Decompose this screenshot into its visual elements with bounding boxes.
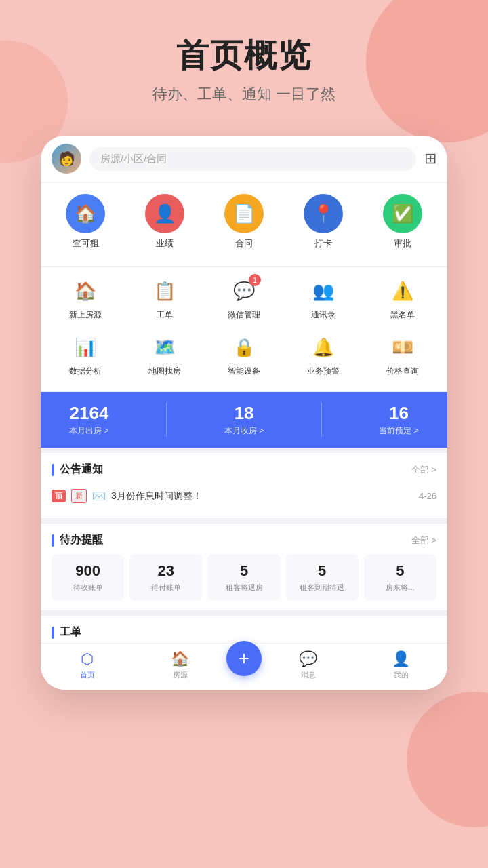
blacklist-icon: ⚠️ (387, 275, 418, 307)
bg-decoration-bottom (407, 692, 488, 827)
tab-message[interactable]: 💬 消息 (262, 650, 354, 680)
todo-label-2: 租客将退房 (226, 583, 263, 593)
blacklist-label: 黑名单 (390, 309, 415, 321)
price-icon: 💴 (387, 332, 418, 363)
profile-icon: 👤 (392, 650, 410, 668)
icon-grid-row-1: 🏠 新上房源 📋 工单 💬 1 微信管理 👥 通讯录 ⚠️ 黑名单 (41, 273, 447, 329)
notif-item-0[interactable]: 顶 新 ✉️ 3月份作息时间调整！ 4-26 (52, 484, 436, 509)
todo-label-4: 房东将... (386, 583, 414, 593)
home-label: 首页 (80, 670, 95, 680)
announcement-header: 公告通知 全部 > (52, 462, 436, 477)
todo-item-2[interactable]: 5 租客将退房 (207, 554, 280, 601)
page-title: 首页概览 (0, 34, 488, 77)
icon-item-contacts[interactable]: 👥 通讯录 (287, 275, 360, 321)
todo-number-3: 5 (318, 562, 326, 580)
header-area: 首页概览 待办、工单、通知 一目了然 (0, 0, 488, 118)
icon-item-analysis[interactable]: 📊 数据分析 (49, 332, 122, 377)
search-input[interactable]: 房源/小区/合同 (89, 147, 416, 171)
todo-number-2: 5 (240, 562, 248, 580)
nav-icon-3: 📍 (304, 194, 343, 233)
page-subtitle: 待办、工单、通知 一目了然 (0, 84, 488, 104)
todo-row: 900 待收账单 23 待付账单 5 租客将退房 5 租客到期待退 5 房东将.… (52, 554, 436, 601)
stat-label-1: 本月收房 > (224, 425, 264, 437)
nav-label-3: 打卡 (314, 237, 332, 250)
stat-divider-2 (321, 403, 322, 437)
nav-label-0: 查可租 (73, 237, 99, 250)
map-label: 地图找房 (148, 366, 181, 377)
todo-item-3[interactable]: 5 租客到期待退 (286, 554, 359, 601)
analysis-icon: 📊 (70, 332, 101, 363)
home-icon: ⬡ (81, 650, 94, 668)
scan-icon[interactable]: ⊞ (424, 150, 436, 167)
icon-item-new-listing[interactable]: 🏠 新上房源 (49, 275, 122, 321)
todo-number-1: 23 (158, 562, 174, 580)
announcement-all[interactable]: 全部 > (411, 464, 436, 476)
announcement-section: 公告通知 全部 > 顶 新 ✉️ 3月份作息时间调整！ 4-26 (41, 453, 447, 518)
smart-device-icon: 🔒 (228, 332, 260, 363)
nav-icon-2: 📄 (224, 194, 264, 233)
tab-profile[interactable]: 👤 我的 (354, 650, 447, 680)
workorder-header: 工单 (52, 625, 436, 639)
todo-label-3: 租客到期待退 (300, 583, 344, 593)
workorder-icon: 📋 (149, 275, 180, 307)
nav-icon-4: ✅ (383, 194, 422, 233)
quick-nav-item-4[interactable]: ✅ 审批 (369, 194, 436, 250)
bottom-nav: ⬡ 首页 🏠 房源 + 💬 消息 👤 我的 (41, 643, 447, 690)
avatar[interactable]: 🧑 (52, 144, 81, 174)
icon-item-warning[interactable]: 🔔 业务预警 (287, 332, 360, 377)
mail-icon: ✉️ (92, 490, 106, 502)
icon-item-smart-device[interactable]: 🔒 智能设备 (207, 332, 281, 377)
nav-label-2: 合同 (235, 237, 253, 250)
icon-item-wechat[interactable]: 💬 1 微信管理 (207, 275, 281, 321)
notif-text-0: 3月份作息时间调整！ (111, 490, 413, 502)
icon-item-workorder[interactable]: 📋 工单 (128, 275, 201, 321)
todo-section: 待办提醒 全部 > 900 待收账单 23 待付账单 5 租客将退房 5 租客到… (41, 524, 447, 610)
tag-ding: 顶 (52, 490, 66, 502)
phone-mockup: 🧑 房源/小区/合同 ⊞ 🏠 查可租 👤 业绩 📄 合同 📍 打卡 ✅ (41, 136, 447, 690)
map-icon: 🗺️ (149, 332, 180, 363)
stat-number-2: 16 (389, 403, 409, 424)
stat-divider-1 (166, 403, 167, 437)
fab-add-button[interactable]: + (226, 641, 262, 676)
icon-grid-row-2: 📊 数据分析 🗺️ 地图找房 🔒 智能设备 🔔 业务预警 💴 价格查询 (41, 329, 447, 385)
todo-number-0: 900 (75, 562, 100, 580)
workorder-section-title: 工单 (52, 625, 81, 639)
todo-all[interactable]: 全部 > (411, 534, 436, 547)
tab-listing[interactable]: 🏠 房源 (134, 650, 226, 680)
stat-number-1: 18 (235, 403, 254, 424)
announcement-title: 公告通知 (52, 462, 103, 477)
stat-number-0: 2164 (70, 403, 109, 424)
tab-home[interactable]: ⬡ 首页 (41, 650, 134, 680)
listing-icon: 🏠 (171, 650, 189, 668)
icon-item-map[interactable]: 🗺️ 地图找房 (128, 332, 201, 377)
icon-item-blacklist[interactable]: ⚠️ 黑名单 (366, 275, 439, 321)
quick-nav: 🏠 查可租 👤 业绩 📄 合同 📍 打卡 ✅ 审批 (41, 183, 447, 266)
message-label: 消息 (301, 670, 316, 680)
nav-icon-1: 👤 (145, 194, 184, 233)
nav-label-1: 业绩 (156, 237, 174, 250)
todo-item-4[interactable]: 5 房东将... (364, 554, 436, 601)
todo-header: 待办提醒 全部 > (52, 533, 436, 547)
profile-label: 我的 (394, 670, 409, 680)
todo-item-0[interactable]: 900 待收账单 (52, 554, 124, 601)
stat-item-2[interactable]: 16 当前预定 > (379, 403, 418, 437)
icon-item-price[interactable]: 💴 价格查询 (366, 332, 439, 377)
tag-new: 新 (71, 489, 87, 503)
notif-date-0: 4-26 (419, 491, 436, 501)
stat-item-0[interactable]: 2164 本月出房 > (69, 403, 108, 437)
quick-nav-item-2[interactable]: 📄 合同 (210, 194, 278, 250)
stats-banner: 2164 本月出房 > 18 本月收房 > 16 当前预定 > (41, 392, 447, 448)
nav-label-4: 审批 (394, 237, 411, 250)
warning-label: 业务预警 (307, 366, 340, 377)
search-bar: 🧑 房源/小区/合同 ⊞ (41, 136, 447, 182)
quick-nav-item-1[interactable]: 👤 业绩 (131, 194, 199, 250)
quick-nav-row: 🏠 查可租 👤 业绩 📄 合同 📍 打卡 ✅ 审批 (46, 194, 442, 250)
icon-grid: 🏠 新上房源 📋 工单 💬 1 微信管理 👥 通讯录 ⚠️ 黑名单 (41, 267, 447, 391)
todo-item-1[interactable]: 23 待付账单 (129, 554, 202, 601)
smart-device-label: 智能设备 (228, 366, 260, 377)
contacts-label: 通讯录 (311, 309, 336, 321)
wechat-icon: 💬 1 (228, 275, 260, 307)
quick-nav-item-0[interactable]: 🏠 查可租 (52, 194, 119, 250)
stat-item-1[interactable]: 18 本月收房 > (224, 403, 264, 437)
quick-nav-item-3[interactable]: 📍 打卡 (289, 194, 357, 250)
